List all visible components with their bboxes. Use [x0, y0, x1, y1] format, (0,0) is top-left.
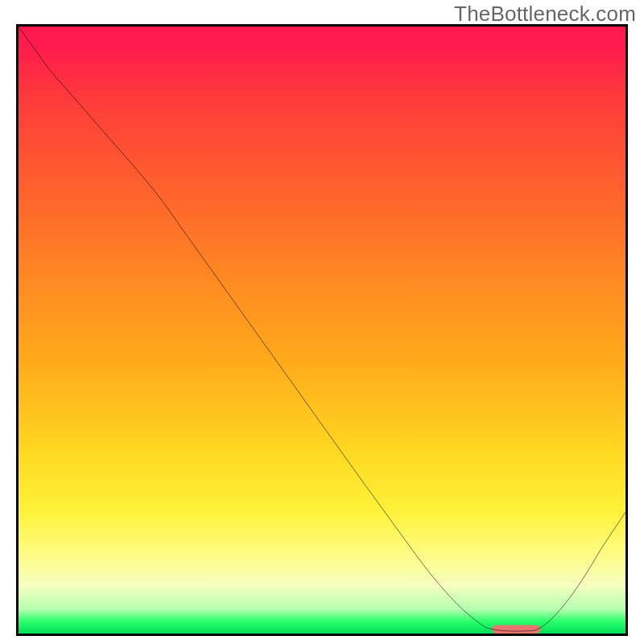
bottleneck-curve	[19, 27, 625, 631]
optimal-range-marker	[492, 625, 540, 634]
chart-frame	[16, 24, 628, 636]
watermark-text: TheBottleneck.com	[454, 2, 636, 27]
chart-svg	[19, 27, 625, 634]
